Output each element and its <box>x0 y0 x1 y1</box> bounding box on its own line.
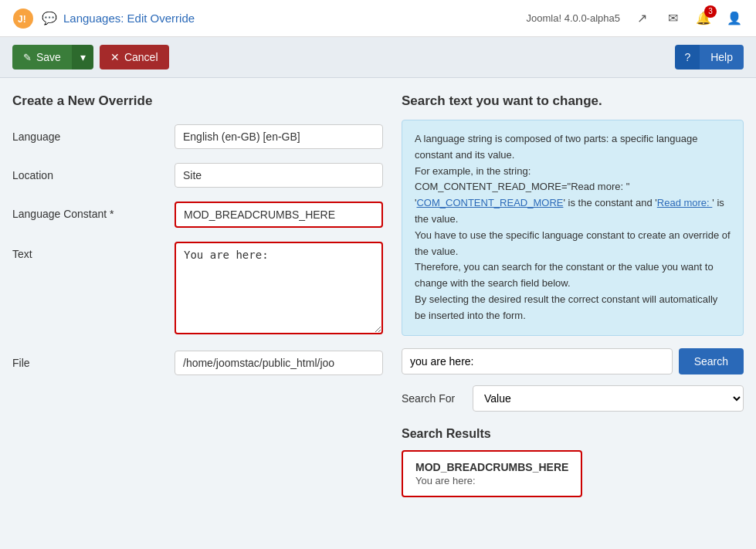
search-row: Search <box>402 348 744 374</box>
toolbar: ✎ Save ▾ ✕ Cancel ? Help <box>0 37 756 78</box>
constant-link[interactable]: COM_CONTENT_READ_MORE <box>416 197 563 208</box>
text-label: Text <box>12 242 175 260</box>
search-for-label: Search For <box>402 392 463 405</box>
info-text-5: Therefore, you can search for the consta… <box>415 261 714 289</box>
main-content: Create a New Override Language Location … <box>0 78 756 513</box>
file-input[interactable] <box>175 351 383 375</box>
location-field-group: Location <box>12 163 383 188</box>
file-label: File <box>12 351 175 369</box>
bell-badge: 3 <box>704 5 717 18</box>
result-constant: MOD_BREADCRUMBS_HERE <box>415 461 568 473</box>
mail-icon[interactable]: ✉ <box>663 9 682 28</box>
search-button[interactable]: Search <box>679 348 744 374</box>
joomla-version: Joomla! 4.0.0-alpha5 <box>527 12 620 24</box>
external-link-icon[interactable]: ↗ <box>632 9 651 28</box>
topbar-right: Joomla! 4.0.0-alpha5 ↗ ✉ 🔔 3 👤 <box>527 9 744 28</box>
bell-icon[interactable]: 🔔 3 <box>694 9 713 28</box>
search-for-select[interactable]: ValueConstantBoth <box>473 385 744 412</box>
left-panel: Create a New Override Language Location … <box>12 93 383 497</box>
help-label: Help <box>710 51 733 63</box>
search-result-item[interactable]: MOD_BREADCRUMBS_HERE You are here: <box>402 450 582 497</box>
save-dropdown-button[interactable]: ▾ <box>72 45 93 69</box>
search-input[interactable] <box>402 348 673 374</box>
search-results-title: Search Results <box>402 427 744 441</box>
info-text-4: You have to use the specific language co… <box>415 229 731 257</box>
info-text-6: By selecting the desired result the corr… <box>415 293 717 321</box>
times-icon: ✕ <box>110 51 120 63</box>
constant-label: Language Constant * <box>12 202 175 220</box>
cancel-label: Cancel <box>124 51 158 63</box>
value-link[interactable]: Read more: <box>657 197 713 208</box>
info-example: COM_CONTENT_READ_MORE="Read more: " <box>415 181 629 192</box>
joomla-logo: J! <box>12 8 34 29</box>
svg-text:J!: J! <box>18 14 26 25</box>
page-breadcrumb: 💬 Languages: Edit Override <box>42 11 519 25</box>
cancel-button[interactable]: ✕ Cancel <box>100 45 169 69</box>
right-panel: Search text you want to change. A langua… <box>402 93 744 497</box>
constant-field-group: Language Constant * <box>12 202 383 228</box>
location-label: Location <box>12 163 175 181</box>
constant-input[interactable] <box>175 202 383 228</box>
topbar: J! 💬 Languages: Edit Override Joomla! 4.… <box>0 0 756 37</box>
language-field-group: Language <box>12 124 383 149</box>
text-field-group: Text <box>12 242 383 337</box>
file-field-group: File <box>12 351 383 375</box>
save-button[interactable]: ✎ Save <box>12 45 72 69</box>
info-text-2: For example, in the string: <box>415 165 531 177</box>
user-icon[interactable]: 👤 <box>725 9 744 28</box>
save-button-group: ✎ Save ▾ <box>12 45 93 69</box>
help-q-button[interactable]: ? <box>675 45 700 69</box>
text-area-wrap <box>175 242 383 337</box>
location-input[interactable] <box>175 163 383 188</box>
text-input[interactable] <box>175 242 383 334</box>
left-panel-title: Create a New Override <box>12 93 383 109</box>
save-icon: ✎ <box>23 52 32 63</box>
language-label: Language <box>12 124 175 143</box>
info-text-3: 'COM_CONTENT_READ_MORE' is the constant … <box>415 197 724 225</box>
language-input[interactable] <box>175 124 383 149</box>
save-label: Save <box>36 51 61 63</box>
chevron-down-icon: ▾ <box>80 51 86 63</box>
info-box: A language string is composed of two par… <box>402 120 744 336</box>
help-button[interactable]: Help <box>700 45 744 69</box>
search-for-row: Search For ValueConstantBoth <box>402 385 744 412</box>
page-title: Languages: Edit Override <box>63 12 195 25</box>
help-button-group: ? Help <box>675 45 744 69</box>
info-text-1: A language string is composed of two par… <box>415 133 697 161</box>
right-panel-title: Search text you want to change. <box>402 93 744 109</box>
result-value: You are here: <box>415 475 568 486</box>
